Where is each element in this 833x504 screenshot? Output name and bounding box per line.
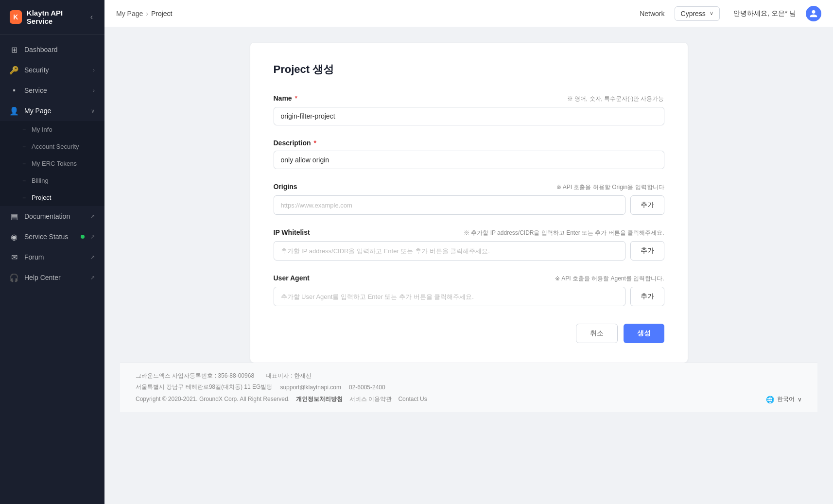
create-button[interactable]: 생성 [624,324,664,343]
description-label-row: Description * [274,139,664,147]
name-label-row: Name * ※ 영어, 숫자, 특수문자(-)만 사용가능 [274,94,664,103]
chevron-right-icon: › [93,87,95,93]
ip-whitelist-label: IP Whitelist [274,228,310,236]
sidebar-item-helpcenter[interactable]: 🎧 Help Center ↗ [0,267,104,288]
sidebar-item-myinfo[interactable]: My Info [0,121,104,138]
user-avatar[interactable] [806,6,821,21]
cancel-button[interactable]: 취소 [576,324,618,343]
accountsecurity-label: Account Security [32,143,79,150]
dashboard-icon: ⊞ [10,45,18,54]
user-agent-add-button[interactable]: 추가 [630,287,664,306]
footer-contact-link[interactable]: Contact Us [398,396,427,402]
external-link-icon: ↗ [90,213,95,220]
sidebar-item-label: Help Center [24,274,85,281]
sidebar-item-security[interactable]: 🔑 Security › [0,60,104,80]
external-link-icon: ↗ [90,254,95,261]
form-actions: 취소 생성 [274,324,664,343]
origins-label: Origins [274,183,297,191]
footer-copyright: Copyright © 2020-2021. GroundX Corp. All… [136,396,290,402]
sidebar-item-label: Dashboard [24,46,95,53]
breadcrumb-separator: › [146,10,148,17]
network-value: Cypress [681,10,706,17]
ip-whitelist-input[interactable] [274,241,625,261]
sidebar-item-label: Forum [24,253,85,261]
sidebar-item-documentation[interactable]: ▤ Documentation ↗ [0,206,104,226]
ip-whitelist-label-row: IP Whitelist ※ 추가할 IP address/CIDR을 입력하고… [274,228,664,237]
logo-text: Klaytn API Service [27,9,84,25]
page-content: Project 생성 Name * ※ 영어, 숫자, 특수문자(-)만 사용가… [104,27,833,504]
sidebar-collapse-button[interactable]: ‹ [88,12,95,22]
sidebar-item-forum[interactable]: ✉ Forum ↗ [0,247,104,267]
page-title: Project 생성 [274,62,664,77]
sidebar: K Klaytn API Service ‹ ⊞ Dashboard 🔑 Sec… [0,0,104,504]
sidebar-item-servicestatus[interactable]: ◉ Service Status ↗ [0,226,104,247]
origins-input-group: 추가 [274,195,664,215]
sidebar-item-accountsecurity[interactable]: Account Security [0,138,104,155]
chevron-right-icon: › [93,67,95,73]
footer-bottom-left: 서울특별시 강남구 테헤란로98길(대치동) 11 EG빌딩 support@k… [136,383,385,391]
form-group-origins: Origins ※ API 호출을 허용할 Origin을 입력합니다 추가 [274,183,664,215]
service-icon: ▪ [10,86,18,95]
description-label: Description * [274,139,316,147]
name-label: Name * [274,94,297,102]
name-input[interactable] [274,107,664,125]
footer: 그라운드엑스 사업자등록번호 : 356-88-00968 대표이사 : 한재선… [120,363,817,412]
description-input[interactable] [274,151,664,169]
sidebar-item-label: Documentation [24,212,85,220]
external-link-icon: ↗ [90,234,95,240]
sidebar-item-label: My Page [24,107,85,115]
project-label: Project [32,194,51,201]
footer-terms-link[interactable]: 서비스 이용약관 [349,396,392,402]
breadcrumb-parent[interactable]: My Page [116,10,143,17]
documentation-icon: ▤ [10,212,18,221]
footer-top: 그라운드엑스 사업자등록번호 : 356-88-00968 대표이사 : 한재선 [136,372,802,380]
footer-language-selector[interactable]: 🌐 한국어 ∨ [766,395,802,403]
chevron-down-icon: ∨ [710,10,713,17]
footer-email: support@klaytnapi.com [280,384,341,391]
user-agent-input[interactable] [274,287,625,306]
project-form-card: Project 생성 Name * ※ 영어, 숫자, 특수문자(-)만 사용가… [250,43,688,363]
ip-whitelist-hint: ※ 추가할 IP address/CIDR을 입력하고 Enter 또는 추가 … [464,229,664,237]
footer-privacy-link[interactable]: 개인정보처리방침 [296,396,343,402]
network-select-dropdown[interactable]: Cypress ∨ [675,6,720,21]
main-area: My Page › Project Network Cypress ∨ 안녕하세… [104,0,833,504]
sidebar-item-billing[interactable]: Billing [0,172,104,189]
footer-ceo: 대표이사 : 한재선 [266,372,312,380]
security-icon: 🔑 [10,66,18,74]
sidebar-item-dashboard[interactable]: ⊞ Dashboard [0,39,104,60]
sidebar-item-service[interactable]: ▪ Service › [0,80,104,101]
sidebar-item-label: Security [24,66,87,74]
logo-icon: K [10,10,22,24]
status-indicator [81,235,85,239]
form-group-ip-whitelist: IP Whitelist ※ 추가할 IP address/CIDR을 입력하고… [274,228,664,261]
topbar: My Page › Project Network Cypress ∨ 안녕하세… [104,0,833,27]
form-group-description: Description * [274,139,664,169]
footer-bottom: 서울특별시 강남구 테헤란로98길(대치동) 11 EG빌딩 support@k… [136,383,802,391]
user-agent-label: User Agent [274,274,310,282]
servicestatus-icon: ◉ [10,232,18,241]
sidebar-item-label: Service Status [24,233,73,241]
breadcrumb-current: Project [151,10,173,17]
sidebar-item-mypage[interactable]: 👤 My Page ∨ [0,101,104,121]
footer-copyright-row: Copyright © 2020-2021. GroundX Corp. All… [136,395,802,403]
user-agent-input-group: 추가 [274,287,664,306]
network-label: Network [640,10,664,17]
chevron-down-icon: ∨ [91,108,95,114]
user-agent-hint: ※ API 호출을 허용할 Agent를 입력합니다. [555,275,664,283]
name-required-mark: * [295,94,297,102]
origins-input[interactable] [274,195,625,215]
origins-add-button[interactable]: 추가 [630,195,664,215]
footer-phone: 02-6005-2400 [349,384,385,391]
footer-legal: Copyright © 2020-2021. GroundX Corp. All… [136,395,427,403]
description-required-mark: * [313,139,316,147]
ip-whitelist-input-group: 추가 [274,241,664,261]
sidebar-item-project[interactable]: Project [0,189,104,206]
sidebar-item-myerctokens[interactable]: My ERC Tokens [0,155,104,172]
sidebar-navigation: ⊞ Dashboard 🔑 Security › ▪ Service › 👤 M… [0,35,104,504]
name-hint: ※ 영어, 숫자, 특수문자(-)만 사용가능 [567,95,664,103]
ip-whitelist-add-button[interactable]: 추가 [630,241,664,261]
breadcrumb: My Page › Project [116,10,173,17]
billing-label: Billing [32,177,49,184]
footer-language-value: 한국어 [777,395,795,403]
helpcenter-icon: 🎧 [10,273,18,282]
